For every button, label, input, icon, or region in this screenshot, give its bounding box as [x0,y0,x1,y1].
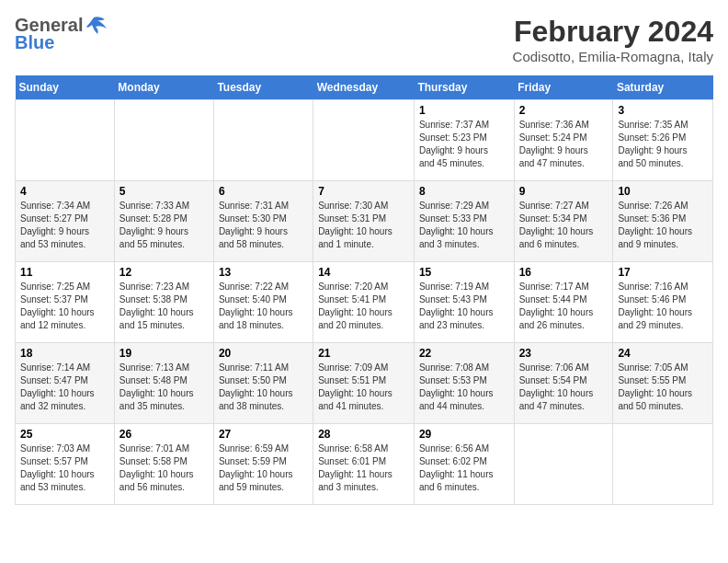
calendar-cell: 26Sunrise: 7:01 AM Sunset: 5:58 PM Dayli… [114,424,213,505]
calendar-week-row: 4Sunrise: 7:34 AM Sunset: 5:27 PM Daylig… [16,181,713,262]
day-info: Sunrise: 7:17 AM Sunset: 5:44 PM Dayligh… [519,281,609,332]
day-number: 7 [318,185,409,198]
day-of-week-header: Thursday [414,75,514,100]
calendar-week-row: 11Sunrise: 7:25 AM Sunset: 5:37 PM Dayli… [16,262,713,343]
header-row: SundayMondayTuesdayWednesdayThursdayFrid… [16,75,713,100]
day-number: 28 [318,428,409,441]
calendar-cell: 22Sunrise: 7:08 AM Sunset: 5:53 PM Dayli… [414,343,514,424]
calendar-cell: 14Sunrise: 7:20 AM Sunset: 5:41 PM Dayli… [313,262,415,343]
day-number: 16 [519,266,609,279]
day-info: Sunrise: 7:23 AM Sunset: 5:38 PM Dayligh… [119,281,209,332]
calendar-cell [114,100,213,181]
day-number: 15 [419,266,509,279]
day-info: Sunrise: 7:08 AM Sunset: 5:53 PM Dayligh… [419,362,509,413]
calendar-cell [213,100,313,181]
day-number: 3 [618,104,708,117]
calendar-cell: 1Sunrise: 7:37 AM Sunset: 5:23 PM Daylig… [414,100,514,181]
calendar-cell: 8Sunrise: 7:29 AM Sunset: 5:33 PM Daylig… [414,181,514,262]
calendar-cell: 21Sunrise: 7:09 AM Sunset: 5:51 PM Dayli… [313,343,415,424]
day-info: Sunrise: 7:11 AM Sunset: 5:50 PM Dayligh… [219,362,308,413]
calendar-cell: 2Sunrise: 7:36 AM Sunset: 5:24 PM Daylig… [514,100,613,181]
day-of-week-header: Sunday [16,75,115,100]
logo-bird-icon [85,16,108,36]
day-of-week-header: Saturday [613,75,713,100]
calendar-cell: 25Sunrise: 7:03 AM Sunset: 5:57 PM Dayli… [16,424,115,505]
day-number: 5 [119,185,209,198]
day-info: Sunrise: 7:36 AM Sunset: 5:24 PM Dayligh… [519,119,609,170]
logo: General Blue [15,15,108,53]
day-info: Sunrise: 7:37 AM Sunset: 5:23 PM Dayligh… [419,119,509,170]
day-info: Sunrise: 7:26 AM Sunset: 5:36 PM Dayligh… [618,200,708,251]
day-number: 18 [20,347,109,360]
day-info: Sunrise: 6:59 AM Sunset: 5:59 PM Dayligh… [219,442,308,494]
day-number: 14 [318,266,409,279]
month-title: February 2024 [513,15,713,49]
day-info: Sunrise: 7:09 AM Sunset: 5:51 PM Dayligh… [318,362,409,413]
logo-blue-text: Blue [15,32,54,53]
calendar-cell: 19Sunrise: 7:13 AM Sunset: 5:48 PM Dayli… [114,343,213,424]
calendar-cell: 13Sunrise: 7:22 AM Sunset: 5:40 PM Dayli… [213,262,313,343]
location-title: Codisotto, Emilia-Romagna, Italy [513,49,713,64]
day-info: Sunrise: 7:25 AM Sunset: 5:37 PM Dayligh… [20,281,109,332]
day-number: 19 [119,347,209,360]
day-of-week-header: Tuesday [213,75,313,100]
day-number: 27 [219,428,308,441]
day-number: 4 [20,185,109,198]
day-number: 2 [519,104,609,117]
calendar-body: 1Sunrise: 7:37 AM Sunset: 5:23 PM Daylig… [16,100,713,505]
calendar-week-row: 1Sunrise: 7:37 AM Sunset: 5:23 PM Daylig… [16,100,713,181]
day-number: 9 [519,185,609,198]
day-number: 25 [20,428,109,441]
calendar-cell: 27Sunrise: 6:59 AM Sunset: 5:59 PM Dayli… [213,424,313,505]
day-number: 24 [618,347,708,360]
calendar-cell: 7Sunrise: 7:30 AM Sunset: 5:31 PM Daylig… [313,181,415,262]
day-info: Sunrise: 7:14 AM Sunset: 5:47 PM Dayligh… [20,362,109,413]
calendar-cell: 3Sunrise: 7:35 AM Sunset: 5:26 PM Daylig… [613,100,713,181]
calendar-cell: 6Sunrise: 7:31 AM Sunset: 5:30 PM Daylig… [213,181,313,262]
title-area: February 2024 Codisotto, Emilia-Romagna,… [513,15,713,64]
day-info: Sunrise: 7:22 AM Sunset: 5:40 PM Dayligh… [219,281,308,332]
day-info: Sunrise: 7:01 AM Sunset: 5:58 PM Dayligh… [119,442,209,494]
day-info: Sunrise: 7:35 AM Sunset: 5:26 PM Dayligh… [618,119,708,170]
day-of-week-header: Wednesday [313,75,415,100]
day-of-week-header: Friday [514,75,613,100]
day-info: Sunrise: 7:31 AM Sunset: 5:30 PM Dayligh… [219,200,308,251]
calendar-table: SundayMondayTuesdayWednesdayThursdayFrid… [15,75,713,505]
calendar-header: SundayMondayTuesdayWednesdayThursdayFrid… [16,75,713,100]
calendar-cell: 12Sunrise: 7:23 AM Sunset: 5:38 PM Dayli… [114,262,213,343]
day-info: Sunrise: 7:06 AM Sunset: 5:54 PM Dayligh… [519,362,609,413]
day-number: 17 [618,266,708,279]
day-number: 11 [20,266,109,279]
day-number: 13 [219,266,308,279]
calendar-cell [514,424,613,505]
calendar-cell: 20Sunrise: 7:11 AM Sunset: 5:50 PM Dayli… [213,343,313,424]
calendar-cell: 28Sunrise: 6:58 AM Sunset: 6:01 PM Dayli… [313,424,415,505]
day-info: Sunrise: 7:19 AM Sunset: 5:43 PM Dayligh… [419,281,509,332]
calendar-cell: 15Sunrise: 7:19 AM Sunset: 5:43 PM Dayli… [414,262,514,343]
day-of-week-header: Monday [114,75,213,100]
day-info: Sunrise: 7:27 AM Sunset: 5:34 PM Dayligh… [519,200,609,251]
day-number: 23 [519,347,609,360]
calendar-cell: 17Sunrise: 7:16 AM Sunset: 5:46 PM Dayli… [613,262,713,343]
day-number: 29 [419,428,509,441]
calendar-cell [313,100,415,181]
day-number: 10 [618,185,708,198]
day-number: 6 [219,185,308,198]
calendar-cell: 16Sunrise: 7:17 AM Sunset: 5:44 PM Dayli… [514,262,613,343]
day-number: 8 [419,185,509,198]
day-number: 12 [119,266,209,279]
day-info: Sunrise: 7:33 AM Sunset: 5:28 PM Dayligh… [119,200,209,251]
calendar-week-row: 18Sunrise: 7:14 AM Sunset: 5:47 PM Dayli… [16,343,713,424]
calendar-cell: 5Sunrise: 7:33 AM Sunset: 5:28 PM Daylig… [114,181,213,262]
calendar-cell: 24Sunrise: 7:05 AM Sunset: 5:55 PM Dayli… [613,343,713,424]
calendar-cell: 18Sunrise: 7:14 AM Sunset: 5:47 PM Dayli… [16,343,115,424]
day-info: Sunrise: 7:03 AM Sunset: 5:57 PM Dayligh… [20,442,109,494]
day-number: 1 [419,104,509,117]
calendar-cell: 10Sunrise: 7:26 AM Sunset: 5:36 PM Dayli… [613,181,713,262]
day-info: Sunrise: 7:13 AM Sunset: 5:48 PM Dayligh… [119,362,209,413]
calendar-cell: 23Sunrise: 7:06 AM Sunset: 5:54 PM Dayli… [514,343,613,424]
calendar-cell: 29Sunrise: 6:56 AM Sunset: 6:02 PM Dayli… [414,424,514,505]
calendar-week-row: 25Sunrise: 7:03 AM Sunset: 5:57 PM Dayli… [16,424,713,505]
calendar-cell [613,424,713,505]
day-info: Sunrise: 7:34 AM Sunset: 5:27 PM Dayligh… [20,200,109,251]
